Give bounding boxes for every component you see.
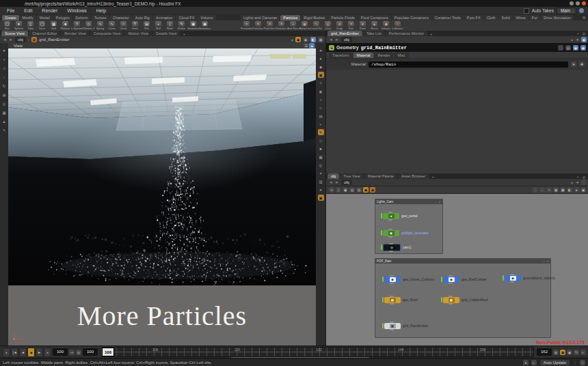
node-body[interactable]: ◎ [383,244,401,251]
cook-mode-icon[interactable]: ◐ [531,360,537,365]
node-display-flag[interactable] [382,277,384,282]
shelf-tab[interactable]: Auto Rig [133,15,152,20]
node-body[interactable]: ● [383,213,399,219]
parameter-tab[interactable]: Misc [394,53,408,58]
network-toolbar-icon[interactable]: ● [574,187,579,193]
forward-arrow-icon[interactable]: ► [335,38,339,42]
network-node[interactable]: ▦ grid_ColliderRoof [441,296,488,303]
shelf-tab[interactable]: Rigid Bodies [301,15,328,20]
auto-takes-checkbox[interactable] [524,8,529,14]
shelf-tool[interactable]: ✶ Fireworks [241,20,252,30]
search-icon[interactable]: ◌ [581,180,587,185]
node-display-flag[interactable] [441,297,442,302]
pane-tab[interactable]: obj [328,173,339,179]
viewport-tool-icon[interactable]: ◎ [1,100,8,107]
network-toolbar-icon[interactable]: ∿ [546,187,552,193]
shelf-tool[interactable]: T Font [129,20,141,30]
node-display-flag[interactable] [381,230,382,236]
minimize-button[interactable] [570,1,574,5]
viewport-tool-icon[interactable]: ◆ [318,64,324,70]
shelf-tab[interactable]: Particles [280,15,300,20]
path-dropdown-icon[interactable]: ▾ [571,38,573,42]
menu-item[interactable]: Help [92,8,110,14]
node-display-flag[interactable] [382,297,384,302]
shelf-tool[interactable]: ◇ Platonic S [83,20,94,30]
network-toolbar-icon[interactable]: ▣ [363,187,369,193]
shelf-tab[interactable]: Modify [20,15,36,20]
help-icon[interactable]: ◉ [580,45,586,51]
parameter-tab[interactable]: Material [353,53,374,58]
range-end-field[interactable]: 162 [537,348,552,356]
network-node[interactable]: ▦ geo_Roof [382,296,418,303]
camera-lock-icon[interactable]: ◉ [303,37,308,42]
path-node-name[interactable]: grid_RainEmitter [39,38,70,42]
shelf-tool[interactable]: Y L-System [71,20,83,30]
node-display-flag[interactable] [381,213,382,219]
transport-button[interactable]: « [3,348,10,357]
parameter-tab[interactable]: Transform [329,53,353,58]
viewport-tool-icon[interactable]: + [318,96,324,102]
network-node[interactable]: ◆ groundplane_object1 [503,274,555,281]
viewport-3d-scene[interactable] [8,48,316,285]
network-toolbar-icon[interactable]: ⋮ [533,187,538,193]
update-menu-dots[interactable]: ⋮ [573,360,577,365]
shelf-tab[interactable]: Model [37,15,53,20]
node-body[interactable]: ▦ [384,323,401,329]
node-display-flag[interactable] [382,323,384,328]
info-icon[interactable]: ◉ [573,45,578,51]
pane-tab[interactable]: Details View [152,31,180,36]
shelf-tool[interactable]: ✶ Fan [345,20,357,30]
network-toolbar-icon[interactable]: ⊙ [329,187,334,193]
search-icon[interactable]: ◌ [558,45,563,51]
shelf-tab[interactable]: Cloud FX [176,15,197,20]
viewport-tool-icon[interactable]: ▣ [318,72,324,78]
menu-item[interactable]: Edit [20,8,36,14]
shelf-tool[interactable]: ∿ Curve Force [310,20,322,30]
shelf-tab[interactable]: Animation [153,15,175,20]
viewport-tool-icon[interactable]: Y [318,80,324,86]
playbar-option-icon[interactable]: ◉ [567,350,572,355]
shelf-tool[interactable]: ≡ Drag [334,20,345,30]
network-toolbar-icon[interactable]: ▣ [370,187,375,193]
viewport-tool-icon[interactable]: ◎ [318,162,324,168]
network-canvas[interactable]: Lights_Cam – × ● geo_portal ◉ [326,194,588,347]
timeline[interactable]: 108120132144156 100 [101,347,534,357]
network-box-controls[interactable]: – × [435,200,441,203]
viewport-tool-icon[interactable]: ○ [1,74,8,80]
shelf-tool[interactable]: ∿ Spring [94,20,106,30]
network-box-pop-rain[interactable]: POP_Rain – × ◆ geo_Ghost_Collision [375,258,551,338]
viewport-tool-icon[interactable]: ∿ [318,104,324,111]
viewport-tool-icon[interactable]: ◇ [1,65,8,71]
shelf-tool[interactable]: ✶ Particles fr [264,20,276,30]
node-name-field[interactable]: grid_RainEmitter [361,45,407,51]
shelf-tab[interactable]: Particle Fluids [328,15,358,20]
forward-arrow-icon[interactable]: ► [335,180,339,184]
viewport-tool-icon[interactable]: ↻ [1,83,8,89]
pane-tab[interactable]: grid_RainEmitter [328,31,362,36]
shelf-tab[interactable]: Lights and Cameras [241,15,280,20]
viewport-tool-icon[interactable]: ✎ [318,129,324,135]
network-node[interactable]: ◆ geo_BedCollider [441,276,487,283]
pane-tab[interactable]: Render View [61,31,89,36]
transport-button[interactable]: ■ [27,348,35,357]
shelf-tab[interactable]: Fur [529,15,540,20]
network-toolbar-icon[interactable]: ▤ [349,187,355,193]
shelf-tool[interactable]: ∿ Curve [106,20,118,30]
viewport-tool-icon[interactable]: ● [318,55,324,61]
parameter-tab[interactable]: Render [374,53,393,58]
pin-icon[interactable]: ▣ [295,37,301,42]
viewport-tool-icon[interactable]: ■ [318,145,324,152]
trash-icon[interactable]: ▯ [580,360,585,365]
range-lock-icon[interactable]: ⊣ [69,350,75,355]
node-body[interactable]: ◆ [443,277,459,283]
network-node[interactable]: ● geo_portal [381,212,418,219]
viewport-tool-icon[interactable]: ✎ [1,127,8,133]
network-box-controls[interactable]: – × [543,259,549,263]
pane-tab[interactable]: Asset Browser [398,173,429,179]
shelf-tool[interactable]: ◎ Cent [322,20,334,30]
node-body[interactable]: ◆ [384,277,401,283]
shelf-tool[interactable]: + Axis Force [287,20,299,30]
shelf-tool[interactable]: + Null [152,20,164,30]
node-body[interactable]: ◆ [505,275,521,281]
shelf-tool[interactable]: ○ Collision D [392,20,403,30]
